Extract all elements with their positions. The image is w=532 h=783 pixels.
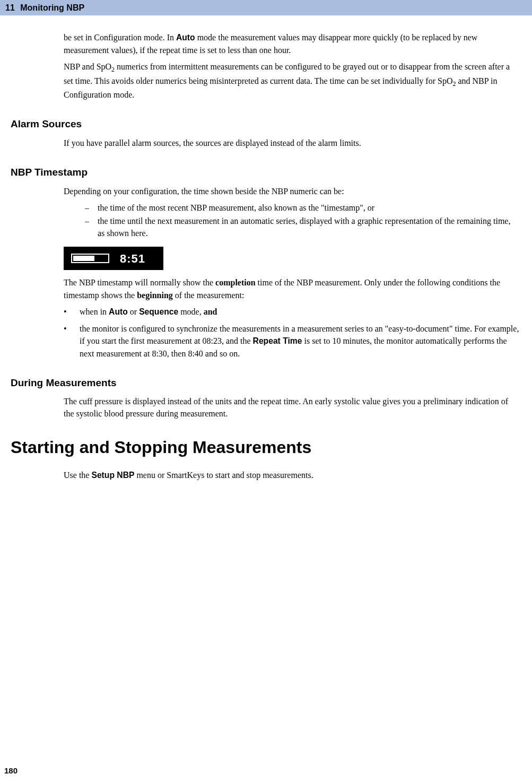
dash-icon: – — [85, 202, 98, 214]
timestamp-time-value: 8:51 — [120, 250, 145, 267]
chapter-title: Monitoring NBP — [20, 3, 84, 12]
list-item: – the time of the most recent NBP measur… — [85, 202, 519, 214]
text: numerics from intermittent measurements … — [64, 62, 510, 85]
list-item: – the time until the next measurement in… — [85, 215, 519, 239]
intro-block: be set in Configuration mode. In Auto mo… — [64, 31, 519, 101]
starting-stopping-heading: Starting and Stopping Measurements — [11, 435, 532, 459]
dash-icon: – — [85, 215, 98, 239]
text: of the measurement: — [173, 291, 245, 300]
nbp-timestamp-heading: NBP Timestamp — [11, 165, 532, 180]
text: or — [128, 307, 139, 316]
intro-p2: NBP and SpO2 numerics from intermittent … — [64, 60, 519, 101]
text: The NBP timestamp will normally show the… — [64, 276, 519, 301]
page-header: 11 Monitoring NBP — [0, 0, 532, 15]
text: when in — [80, 307, 109, 316]
setup-nbp-label: Setup NBP — [91, 471, 134, 480]
timestamp-bullet-list: • when in Auto or Sequence mode, and • t… — [64, 306, 519, 360]
during-measurements-body: The cuff pressure is displayed instead o… — [64, 395, 519, 420]
text: the monitor is configured to synchronize… — [80, 323, 519, 360]
timestamp-dash-list: – the time of the most recent NBP measur… — [85, 202, 519, 240]
text: The cuff pressure is displayed instead o… — [64, 395, 519, 420]
text: Use the — [64, 471, 91, 480]
text: Use the Setup NBP menu or SmartKeys to s… — [64, 469, 519, 482]
list-item: • the monitor is configured to synchroni… — [64, 323, 519, 360]
alarm-sources-heading: Alarm Sources — [11, 117, 532, 132]
auto-label: Auto — [176, 33, 195, 42]
text: mode, — [178, 307, 204, 316]
text: The NBP timestamp will normally show the — [64, 278, 215, 287]
bullet-icon: • — [64, 306, 80, 318]
text: the time until the next measurement in a… — [98, 215, 519, 239]
repeat-time-label: Repeat Time — [253, 336, 302, 345]
bullet-icon: • — [64, 323, 80, 360]
text: the time of the most recent NBP measurem… — [98, 202, 374, 214]
text: NBP and SpO — [64, 62, 111, 71]
during-measurements-heading: During Measurements — [11, 376, 532, 390]
sequence-label: Sequence — [139, 307, 178, 316]
text: If you have parallel alarm sources, the … — [64, 137, 519, 149]
bold-text: beginning — [137, 291, 173, 300]
page-number: 180 — [4, 765, 18, 777]
alarm-sources-body: If you have parallel alarm sources, the … — [64, 137, 519, 149]
bold-text: completion — [215, 278, 256, 287]
intro-p1: be set in Configuration mode. In Auto mo… — [64, 31, 519, 56]
bold-text: and — [204, 307, 217, 316]
text: be set in Configuration mode. In — [64, 33, 176, 42]
auto-label: Auto — [109, 307, 128, 316]
text: menu or SmartKeys to start and stop meas… — [134, 471, 313, 480]
timestamp-graphic: 8:51 — [64, 247, 163, 270]
nbp-timestamp-intro: Depending on your configuration, the tim… — [64, 185, 519, 197]
text: when in Auto or Sequence mode, and — [80, 306, 217, 318]
page-content: be set in Configuration mode. In Auto mo… — [0, 31, 532, 482]
text: Depending on your configuration, the tim… — [64, 185, 519, 197]
timestamp-after: The NBP timestamp will normally show the… — [64, 276, 519, 301]
chapter-number: 11 — [5, 3, 15, 12]
starting-stopping-body: Use the Setup NBP menu or SmartKeys to s… — [64, 469, 519, 482]
progress-icon — [64, 247, 117, 270]
list-item: • when in Auto or Sequence mode, and — [64, 306, 519, 318]
